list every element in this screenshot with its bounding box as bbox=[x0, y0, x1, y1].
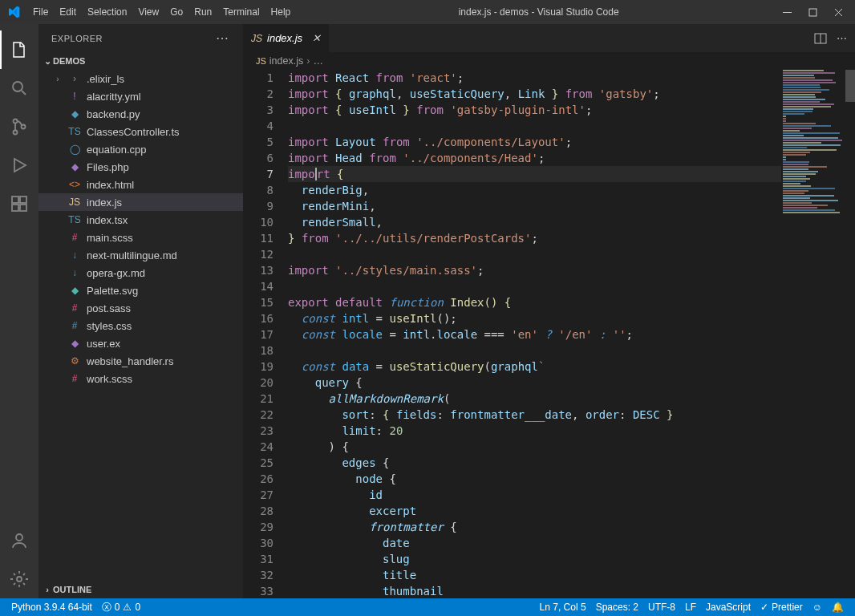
extensions-icon[interactable] bbox=[0, 184, 38, 223]
file-item[interactable]: ◆user.ex bbox=[38, 334, 243, 352]
status-problems[interactable]: ⓧ0 ⚠0 bbox=[97, 601, 145, 614]
code-line[interactable]: import React from 'react'; bbox=[288, 70, 855, 86]
code-line[interactable]: renderMini, bbox=[288, 198, 855, 214]
folder-section-header[interactable]: ⌄ DEMOS bbox=[38, 52, 243, 70]
code-line[interactable]: node { bbox=[288, 471, 855, 487]
run-debug-icon[interactable] bbox=[0, 146, 38, 184]
file-item[interactable]: !alacritty.yml bbox=[38, 87, 243, 105]
code-line[interactable]: slug bbox=[288, 551, 855, 567]
code-line[interactable]: limit: 20 bbox=[288, 423, 855, 439]
code-line[interactable]: renderSmall, bbox=[288, 214, 855, 230]
code-line[interactable]: query { bbox=[288, 375, 855, 391]
code-line[interactable]: renderBig, bbox=[288, 182, 855, 198]
code-line[interactable]: import { graphql, useStaticQuery, Link }… bbox=[288, 86, 855, 102]
file-item[interactable]: ↓next-multilingue.md bbox=[38, 246, 243, 264]
menu-selection[interactable]: Selection bbox=[82, 6, 132, 18]
code-line[interactable]: import '../styles/main.sass'; bbox=[288, 262, 855, 278]
code-line[interactable]: title bbox=[288, 567, 855, 583]
code-line[interactable]: export default function Index() { bbox=[288, 294, 855, 310]
code-line[interactable] bbox=[288, 342, 855, 359]
code-line[interactable]: } from '../../utils/renderPostCards'; bbox=[288, 230, 855, 246]
scrollbar-thumb[interactable] bbox=[845, 70, 855, 102]
code-line[interactable]: frontmatter { bbox=[288, 519, 855, 535]
file-item[interactable]: JSindex.js bbox=[38, 193, 243, 211]
code-line[interactable]: excerpt bbox=[288, 503, 855, 519]
menu-edit[interactable]: Edit bbox=[54, 6, 82, 18]
settings-gear-icon[interactable] bbox=[0, 560, 38, 598]
status-feedback-icon[interactable]: ☺ bbox=[808, 602, 827, 613]
explorer-icon[interactable] bbox=[0, 30, 38, 69]
account-icon[interactable] bbox=[0, 521, 38, 560]
breadcrumb[interactable]: JS index.js › … bbox=[243, 52, 855, 70]
close-icon[interactable] bbox=[833, 8, 844, 17]
status-prettier[interactable]: ✓Prettier bbox=[756, 602, 808, 613]
status-language[interactable]: JavaScript bbox=[701, 602, 756, 613]
status-python[interactable]: Python 3.9.4 64-bit bbox=[6, 602, 97, 613]
status-lncol[interactable]: Ln 7, Col 5 bbox=[535, 602, 591, 613]
code-line[interactable] bbox=[288, 118, 855, 134]
tab-index-js[interactable]: JS index.js ✕ bbox=[243, 24, 330, 52]
code-line[interactable]: ) { bbox=[288, 439, 855, 455]
chevron-down-icon: ⌄ bbox=[42, 56, 53, 67]
file-item[interactable]: ◆Files.php bbox=[38, 158, 243, 176]
status-eol[interactable]: LF bbox=[680, 602, 701, 613]
source-control-icon[interactable] bbox=[0, 107, 38, 146]
code-line[interactable]: allMarkdownRemark( bbox=[288, 391, 855, 407]
code-line[interactable]: thumbnail bbox=[288, 583, 855, 598]
code-editor[interactable]: 1234567891011121314151617181920212223242… bbox=[243, 70, 855, 598]
code-line[interactable]: const intl = useIntl(); bbox=[288, 310, 855, 326]
menu-file[interactable]: File bbox=[27, 6, 54, 18]
code-line[interactable] bbox=[288, 246, 855, 262]
code-line[interactable]: import { useIntl } from 'gatsby-plugin-i… bbox=[288, 102, 855, 118]
minimap-line bbox=[783, 101, 820, 103]
file-icon: ◆ bbox=[67, 285, 82, 296]
status-bell-icon[interactable]: 🔔 bbox=[827, 602, 849, 613]
menu-run[interactable]: Run bbox=[188, 6, 217, 18]
check-icon: ✓ bbox=[760, 602, 768, 613]
status-encoding[interactable]: UTF-8 bbox=[643, 602, 680, 613]
code-line[interactable]: sort: { fields: frontmatter___date, orde… bbox=[288, 407, 855, 423]
outline-section-header[interactable]: › OUTLINE bbox=[38, 581, 243, 598]
minimap-line bbox=[783, 176, 806, 177]
minimap[interactable] bbox=[781, 70, 845, 583]
file-item[interactable]: ⚙website_handler.rs bbox=[38, 352, 243, 370]
menu-view[interactable]: View bbox=[132, 6, 164, 18]
file-item[interactable]: TSindex.tsx bbox=[38, 211, 243, 229]
editor-more-icon[interactable]: ⋯ bbox=[837, 32, 847, 44]
file-item[interactable]: #main.scss bbox=[38, 229, 243, 246]
code-line[interactable]: import Layout from '../components/Layout… bbox=[288, 134, 855, 150]
sidebar-more-icon[interactable]: ⋯ bbox=[216, 30, 230, 46]
code-line[interactable]: const data = useStaticQuery(graphql` bbox=[288, 359, 855, 375]
file-icon: › bbox=[67, 73, 82, 84]
minimap-line bbox=[783, 152, 810, 153]
code-line[interactable]: const locale = intl.locale === 'en' ? '/… bbox=[288, 326, 855, 342]
menu-help[interactable]: Help bbox=[265, 6, 297, 18]
status-spaces[interactable]: Spaces: 2 bbox=[591, 602, 643, 613]
file-item[interactable]: ◆backend.py bbox=[38, 105, 243, 123]
split-editor-icon[interactable] bbox=[814, 32, 827, 45]
search-icon[interactable] bbox=[0, 69, 38, 107]
code-line[interactable]: import { bbox=[288, 166, 855, 182]
code-line[interactable] bbox=[288, 278, 855, 294]
minimize-icon[interactable] bbox=[781, 8, 792, 17]
code-line[interactable]: date bbox=[288, 535, 855, 551]
editor-scrollbar[interactable] bbox=[845, 70, 855, 598]
file-item[interactable]: ↓opera-gx.md bbox=[38, 264, 243, 282]
maximize-icon[interactable] bbox=[807, 8, 818, 17]
code-line[interactable]: id bbox=[288, 487, 855, 503]
file-item[interactable]: #post.sass bbox=[38, 299, 243, 317]
code-lines[interactable]: import React from 'react';import { graph… bbox=[288, 70, 855, 598]
code-line[interactable]: import Head from '../components/Head'; bbox=[288, 150, 855, 166]
code-line[interactable]: edges { bbox=[288, 455, 855, 471]
menu-go[interactable]: Go bbox=[164, 6, 188, 18]
file-item[interactable]: #styles.css bbox=[38, 317, 243, 334]
file-item[interactable]: ◆Palette.svg bbox=[38, 282, 243, 299]
file-item[interactable]: ◯equation.cpp bbox=[38, 140, 243, 158]
file-item[interactable]: ››.elixir_ls bbox=[38, 70, 243, 87]
tab-close-icon[interactable]: ✕ bbox=[312, 32, 321, 44]
file-item[interactable]: TSClassesController.ts bbox=[38, 123, 243, 140]
file-item[interactable]: #work.scss bbox=[38, 370, 243, 387]
file-item[interactable]: <>index.html bbox=[38, 176, 243, 193]
chevron-right-icon: › bbox=[306, 55, 310, 67]
menu-terminal[interactable]: Terminal bbox=[217, 6, 265, 18]
